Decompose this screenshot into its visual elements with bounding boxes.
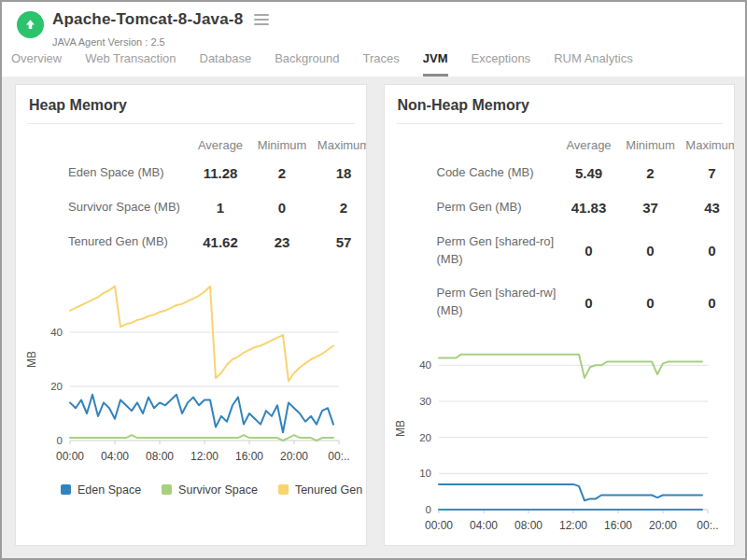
agent-version-label: JAVA Agent Version : 2.5 [52, 36, 165, 48]
metric-label: Perm Gen (MB) [385, 190, 558, 225]
non-heap-memory-panel: Non-Heap Memory AverageMinimumMaximum Co… [384, 84, 736, 546]
metric-value: 0 [620, 276, 682, 329]
metric-value: 2 [251, 156, 313, 190]
legend-label: Survivor Space [178, 483, 258, 497]
heap-memory-panel: Heap Memory AverageMinimumMaximum Eden S… [15, 84, 367, 546]
svg-text:20:00: 20:00 [648, 519, 676, 532]
metric-label: Eden Space (MB) [16, 156, 190, 190]
legend-label: Eden Space [78, 483, 141, 497]
monitor-status-badge [17, 11, 44, 38]
svg-text:40: 40 [419, 359, 431, 371]
table-row: Perm Gen [shared-ro] (MB)000 [385, 225, 736, 277]
monitor-header: Apache-Tomcat-8-Java-8 JAVA Agent Versio… [2, 2, 745, 77]
metric-label: Perm Gen [shared-rw] (MB) [385, 276, 558, 329]
metric-label: Perm Gen [shared-ro] (MB) [385, 225, 558, 277]
svg-text:MB: MB [25, 351, 38, 368]
tab-exceptions[interactable]: Exceptions [472, 51, 531, 77]
non-heap-memory-table: AverageMinimumMaximum Code Cache (MB)5.4… [385, 133, 736, 329]
legend-label: Tenured Gen [295, 483, 362, 497]
metric-value: 43 [682, 190, 736, 225]
svg-text:0: 0 [425, 504, 430, 515]
tab-database[interactable]: Database [200, 51, 252, 77]
table-row: Code Cache (MB)5.4927 [385, 156, 736, 190]
metric-value: 0 [251, 190, 313, 225]
hamburger-menu-icon[interactable] [252, 12, 271, 27]
legend-swatch [61, 484, 71, 495]
column-header: Minimum [620, 133, 682, 156]
metric-value: 57 [313, 225, 367, 259]
legend-item-survivor-space[interactable]: Survivor Space [162, 483, 258, 497]
svg-text:00:..: 00:.. [328, 450, 349, 463]
divider [27, 123, 355, 124]
metric-value: 41.83 [558, 190, 620, 225]
tab-rum-analytics[interactable]: RUM Analytics [554, 51, 633, 77]
app-window: Apache-Tomcat-8-Java-8 JAVA Agent Versio… [0, 0, 747, 560]
non-heap-memory-chart: 01020304000:0004:0008:0012:0016:0020:000… [390, 340, 735, 538]
metric-value: 0 [682, 276, 736, 329]
metric-value: 23 [251, 225, 313, 259]
svg-text:20:00: 20:00 [280, 450, 308, 463]
metric-value: 5.49 [558, 156, 620, 190]
legend-swatch [162, 484, 172, 495]
metric-value: 0 [558, 276, 620, 329]
metric-value: 2 [313, 190, 367, 225]
svg-text:00:..: 00:.. [697, 519, 718, 532]
metric-value: 18 [313, 156, 367, 190]
svg-text:40: 40 [50, 327, 63, 338]
svg-text:10: 10 [419, 468, 431, 479]
metric-label: Survivor Space (MB) [16, 190, 190, 225]
tab-web-transaction[interactable]: Web Transaction [85, 51, 176, 77]
table-row: Tenured Gen (MB)41.622357 [16, 225, 367, 259]
panel-title: Non-Heap Memory [385, 85, 735, 123]
metric-value: 41.62 [190, 225, 251, 259]
svg-text:30: 30 [419, 396, 431, 407]
legend-swatch [278, 484, 289, 495]
svg-text:08:00: 08:00 [514, 519, 542, 532]
heap-memory-table: AverageMinimumMaximum Eden Space (MB)11.… [16, 133, 367, 259]
table-corner-cell [16, 133, 190, 156]
panel-title: Heap Memory [16, 85, 366, 123]
svg-text:16:00: 16:00 [235, 450, 263, 463]
metric-value: 2 [620, 156, 682, 190]
svg-text:04:00: 04:00 [101, 450, 129, 463]
tab-traces[interactable]: Traces [363, 51, 400, 77]
metric-value: 37 [620, 190, 682, 225]
table-row: Perm Gen (MB)41.833743 [385, 190, 736, 225]
svg-text:04:00: 04:00 [469, 519, 497, 532]
svg-text:20: 20 [50, 381, 63, 392]
metric-label: Code Cache (MB) [385, 156, 558, 190]
table-row: Eden Space (MB)11.28218 [16, 156, 367, 190]
svg-text:12:00: 12:00 [190, 450, 218, 463]
tab-bar: OverviewWeb TransactionDatabaseBackgroun… [11, 51, 745, 77]
svg-text:0: 0 [57, 435, 63, 446]
table-corner-cell [385, 133, 558, 156]
metric-value: 11.28 [190, 156, 251, 190]
divider [396, 123, 724, 124]
column-header: Average [190, 133, 251, 156]
tab-background[interactable]: Background [275, 51, 339, 77]
svg-text:MB: MB [394, 420, 407, 437]
table-row: Perm Gen [shared-rw] (MB)000 [385, 276, 736, 329]
legend-item-tenured-gen[interactable]: Tenured Gen [278, 483, 362, 497]
metric-label: Tenured Gen (MB) [16, 225, 190, 259]
column-header: Maximum [313, 133, 367, 156]
svg-text:12:00: 12:00 [558, 519, 586, 532]
table-row: Survivor Space (MB)102 [16, 190, 367, 225]
column-header: Average [558, 133, 620, 156]
tab-jvm[interactable]: JVM [423, 51, 448, 77]
column-header: Maximum [682, 133, 736, 156]
svg-text:08:00: 08:00 [146, 450, 174, 463]
svg-text:16:00: 16:00 [603, 519, 631, 532]
metric-value: 0 [558, 225, 620, 277]
jvm-dashboard-content: Heap Memory AverageMinimumMaximum Eden S… [2, 77, 745, 558]
arrow-up-icon [23, 18, 37, 32]
column-header: Minimum [251, 133, 313, 156]
metric-value: 0 [620, 225, 682, 277]
tab-overview[interactable]: Overview [11, 51, 62, 77]
metric-value: 1 [190, 190, 251, 225]
svg-text:00:00: 00:00 [56, 450, 84, 463]
metric-value: 7 [682, 156, 736, 190]
metric-value: 0 [682, 225, 736, 277]
legend-item-eden-space[interactable]: Eden Space [61, 483, 141, 497]
svg-text:00:00: 00:00 [424, 519, 452, 532]
